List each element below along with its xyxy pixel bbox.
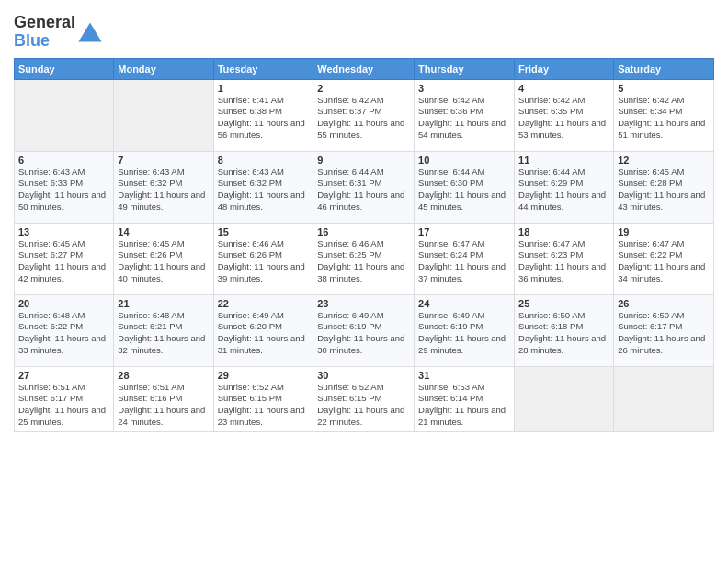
calendar-cell: 7Sunrise: 6:43 AMSunset: 6:32 PMDaylight… <box>114 151 213 223</box>
calendar-cell: 1Sunrise: 6:41 AMSunset: 6:38 PMDaylight… <box>213 79 313 151</box>
calendar-cell: 4Sunrise: 6:42 AMSunset: 6:35 PMDaylight… <box>515 79 614 151</box>
calendar-cell: 22Sunrise: 6:49 AMSunset: 6:20 PMDayligh… <box>213 294 313 366</box>
calendar-cell: 17Sunrise: 6:47 AMSunset: 6:24 PMDayligh… <box>415 223 515 294</box>
weekday-header-saturday: Saturday <box>614 58 714 79</box>
day-info: Sunrise: 6:46 AMSunset: 6:25 PMDaylight:… <box>317 238 410 285</box>
day-number: 9 <box>317 155 410 166</box>
calendar-cell: 21Sunrise: 6:48 AMSunset: 6:21 PMDayligh… <box>114 294 213 366</box>
calendar-cell: 29Sunrise: 6:52 AMSunset: 6:15 PMDayligh… <box>213 366 313 431</box>
calendar-cell: 14Sunrise: 6:45 AMSunset: 6:26 PMDayligh… <box>114 223 213 294</box>
week-row-2: 6Sunrise: 6:43 AMSunset: 6:33 PMDaylight… <box>15 151 714 223</box>
day-number: 17 <box>418 226 510 237</box>
day-number: 25 <box>518 298 609 309</box>
day-number: 19 <box>618 226 710 237</box>
calendar-cell: 5Sunrise: 6:42 AMSunset: 6:34 PMDaylight… <box>614 79 714 151</box>
weekday-header-monday: Monday <box>114 58 213 79</box>
day-info: Sunrise: 6:45 AMSunset: 6:28 PMDaylight:… <box>618 167 710 213</box>
weekday-header-thursday: Thursday <box>415 58 515 79</box>
logo: GeneralBlue <box>14 14 103 51</box>
week-row-4: 20Sunrise: 6:48 AMSunset: 6:22 PMDayligh… <box>15 294 714 366</box>
day-number: 14 <box>118 226 209 237</box>
week-row-3: 13Sunrise: 6:45 AMSunset: 6:27 PMDayligh… <box>15 223 714 294</box>
calendar-cell: 12Sunrise: 6:45 AMSunset: 6:28 PMDayligh… <box>614 151 714 223</box>
calendar-cell: 25Sunrise: 6:50 AMSunset: 6:18 PMDayligh… <box>515 294 614 366</box>
day-number: 23 <box>317 298 410 309</box>
day-number: 5 <box>618 83 710 94</box>
day-info: Sunrise: 6:44 AMSunset: 6:29 PMDaylight:… <box>518 167 609 213</box>
day-number: 24 <box>418 298 510 309</box>
day-number: 30 <box>317 370 410 381</box>
calendar-cell: 3Sunrise: 6:42 AMSunset: 6:36 PMDaylight… <box>415 79 515 151</box>
day-info: Sunrise: 6:44 AMSunset: 6:30 PMDaylight:… <box>418 167 510 213</box>
calendar-cell: 28Sunrise: 6:51 AMSunset: 6:16 PMDayligh… <box>114 366 213 431</box>
calendar-cell: 10Sunrise: 6:44 AMSunset: 6:30 PMDayligh… <box>415 151 515 223</box>
day-number: 7 <box>118 155 209 166</box>
day-info: Sunrise: 6:41 AMSunset: 6:38 PMDaylight:… <box>218 95 310 142</box>
day-info: Sunrise: 6:49 AMSunset: 6:19 PMDaylight:… <box>317 310 410 357</box>
day-info: Sunrise: 6:47 AMSunset: 6:24 PMDaylight:… <box>418 238 510 285</box>
day-number: 27 <box>18 370 109 381</box>
calendar-cell <box>515 366 614 431</box>
day-info: Sunrise: 6:43 AMSunset: 6:32 PMDaylight:… <box>218 167 310 213</box>
day-info: Sunrise: 6:43 AMSunset: 6:33 PMDaylight:… <box>18 167 109 213</box>
day-number: 26 <box>618 298 710 309</box>
day-info: Sunrise: 6:45 AMSunset: 6:26 PMDaylight:… <box>118 238 209 285</box>
weekday-header-wednesday: Wednesday <box>313 58 415 79</box>
svg-marker-0 <box>78 22 101 41</box>
day-number: 6 <box>18 155 109 166</box>
weekday-header-friday: Friday <box>515 58 614 79</box>
day-info: Sunrise: 6:47 AMSunset: 6:22 PMDaylight:… <box>618 238 710 285</box>
day-info: Sunrise: 6:42 AMSunset: 6:34 PMDaylight:… <box>618 95 710 142</box>
day-number: 4 <box>518 83 609 94</box>
day-info: Sunrise: 6:51 AMSunset: 6:16 PMDaylight:… <box>118 382 209 429</box>
calendar-cell: 19Sunrise: 6:47 AMSunset: 6:22 PMDayligh… <box>614 223 714 294</box>
calendar-cell: 2Sunrise: 6:42 AMSunset: 6:37 PMDaylight… <box>313 79 415 151</box>
logo-icon <box>77 19 103 45</box>
day-info: Sunrise: 6:49 AMSunset: 6:20 PMDaylight:… <box>218 310 310 357</box>
day-number: 31 <box>418 370 510 381</box>
day-number: 29 <box>218 370 310 381</box>
calendar-cell: 16Sunrise: 6:46 AMSunset: 6:25 PMDayligh… <box>313 223 415 294</box>
day-info: Sunrise: 6:48 AMSunset: 6:21 PMDaylight:… <box>118 310 209 357</box>
day-number: 2 <box>317 83 410 94</box>
day-info: Sunrise: 6:53 AMSunset: 6:14 PMDaylight:… <box>418 382 510 429</box>
day-info: Sunrise: 6:51 AMSunset: 6:17 PMDaylight:… <box>18 382 109 429</box>
week-row-1: 1Sunrise: 6:41 AMSunset: 6:38 PMDaylight… <box>15 79 714 151</box>
calendar-table: SundayMondayTuesdayWednesdayThursdayFrid… <box>14 58 714 432</box>
calendar-cell: 18Sunrise: 6:47 AMSunset: 6:23 PMDayligh… <box>515 223 614 294</box>
weekday-header-tuesday: Tuesday <box>213 58 313 79</box>
calendar-cell: 27Sunrise: 6:51 AMSunset: 6:17 PMDayligh… <box>15 366 114 431</box>
week-row-5: 27Sunrise: 6:51 AMSunset: 6:17 PMDayligh… <box>15 366 714 431</box>
day-number: 20 <box>18 298 109 309</box>
calendar-cell: 8Sunrise: 6:43 AMSunset: 6:32 PMDaylight… <box>213 151 313 223</box>
weekday-header-row: SundayMondayTuesdayWednesdayThursdayFrid… <box>15 58 714 79</box>
calendar-cell <box>114 79 213 151</box>
weekday-header-sunday: Sunday <box>15 58 114 79</box>
day-info: Sunrise: 6:42 AMSunset: 6:35 PMDaylight:… <box>518 95 609 142</box>
calendar-cell: 11Sunrise: 6:44 AMSunset: 6:29 PMDayligh… <box>515 151 614 223</box>
day-number: 3 <box>418 83 510 94</box>
page-container: GeneralBlue SundayMondayTuesdayWednesday… <box>0 0 728 442</box>
day-info: Sunrise: 6:43 AMSunset: 6:32 PMDaylight:… <box>118 167 209 213</box>
day-info: Sunrise: 6:47 AMSunset: 6:23 PMDaylight:… <box>518 238 609 285</box>
day-number: 28 <box>118 370 209 381</box>
day-number: 21 <box>118 298 209 309</box>
calendar-cell: 6Sunrise: 6:43 AMSunset: 6:33 PMDaylight… <box>15 151 114 223</box>
day-number: 10 <box>418 155 510 166</box>
calendar-cell: 30Sunrise: 6:52 AMSunset: 6:15 PMDayligh… <box>313 366 415 431</box>
calendar-cell <box>15 79 114 151</box>
calendar-cell: 13Sunrise: 6:45 AMSunset: 6:27 PMDayligh… <box>15 223 114 294</box>
logo-blue: Blue <box>14 31 50 50</box>
day-info: Sunrise: 6:45 AMSunset: 6:27 PMDaylight:… <box>18 238 109 285</box>
day-number: 11 <box>518 155 609 166</box>
day-number: 18 <box>518 226 609 237</box>
day-number: 8 <box>218 155 310 166</box>
day-number: 1 <box>218 83 310 94</box>
calendar-cell: 31Sunrise: 6:53 AMSunset: 6:14 PMDayligh… <box>415 366 515 431</box>
calendar-cell: 24Sunrise: 6:49 AMSunset: 6:19 PMDayligh… <box>415 294 515 366</box>
day-number: 15 <box>218 226 310 237</box>
calendar-cell: 9Sunrise: 6:44 AMSunset: 6:31 PMDaylight… <box>313 151 415 223</box>
day-info: Sunrise: 6:52 AMSunset: 6:15 PMDaylight:… <box>317 382 410 429</box>
day-info: Sunrise: 6:44 AMSunset: 6:31 PMDaylight:… <box>317 167 410 213</box>
calendar-cell: 26Sunrise: 6:50 AMSunset: 6:17 PMDayligh… <box>614 294 714 366</box>
